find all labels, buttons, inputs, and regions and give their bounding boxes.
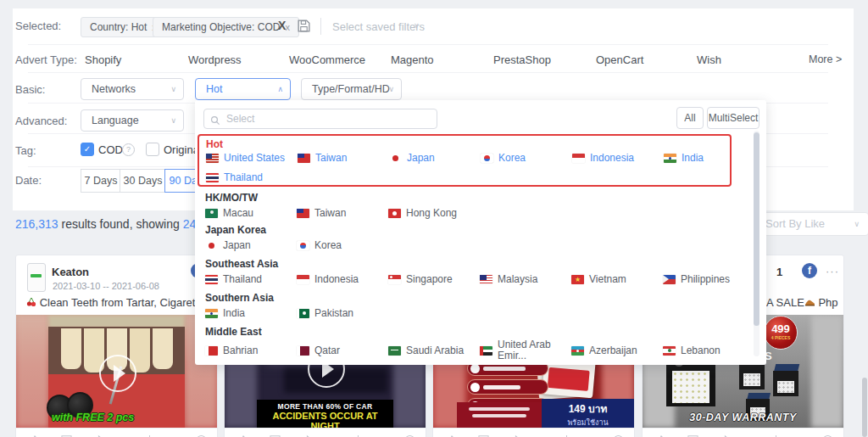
country-search-input[interactable] bbox=[203, 109, 437, 129]
country-option-saudi-arabia[interactable]: Saudi Arabia bbox=[388, 339, 480, 361]
facebook-icon: f bbox=[802, 263, 817, 278]
sort-value: Sort By Like bbox=[765, 217, 825, 230]
save-filter-icon[interactable] bbox=[297, 19, 311, 36]
country-label: Indonesia bbox=[314, 273, 359, 285]
advert-type-wordpress[interactable]: Wordpress bbox=[188, 53, 242, 66]
country-label: Singapore bbox=[406, 273, 453, 285]
country-option-bahrian[interactable]: Bahrian bbox=[205, 339, 297, 361]
country-label: Philippines bbox=[681, 273, 730, 285]
country-dropdown[interactable]: Hot∧ bbox=[195, 78, 291, 100]
feature-pill bbox=[467, 379, 548, 395]
sort-by-dropdown[interactable]: Sort By Like ∨ bbox=[754, 212, 868, 236]
advert-type-woocommerce[interactable]: WooCommerce bbox=[289, 53, 365, 66]
section-title-hot: Hot bbox=[206, 138, 223, 150]
caption-line-2: ACCIDENTS OCCUR AT NIGHT bbox=[257, 411, 393, 428]
more-menu-icon[interactable]: ··· bbox=[826, 265, 839, 277]
card-action-bar bbox=[433, 428, 634, 437]
solar-lamp-small bbox=[773, 371, 798, 396]
clear-filters-icon[interactable]: X bbox=[278, 19, 286, 32]
section-title-hkmotw: HK/MO/TW bbox=[205, 192, 258, 204]
results-count: 216,313 bbox=[15, 217, 58, 231]
more-link[interactable]: More > bbox=[809, 53, 842, 65]
search-icon bbox=[210, 114, 220, 129]
networks-dropdown[interactable]: Networks∨ bbox=[81, 78, 184, 100]
united-states-flag-icon bbox=[206, 154, 219, 163]
country-label: Japan bbox=[407, 152, 435, 164]
country-option-korea[interactable]: Korea bbox=[481, 152, 572, 164]
page-scrollbar-thumb[interactable] bbox=[862, 378, 867, 437]
advert-type-magento[interactable]: Magento bbox=[391, 53, 434, 66]
country-label: Taiwan bbox=[315, 152, 347, 164]
country-option-macau[interactable]: Macau bbox=[205, 207, 297, 219]
country-option-taiwan[interactable]: Taiwan bbox=[297, 207, 388, 219]
ad-text: Clean Teeth from Tartar, Cigarette Stain… bbox=[26, 296, 212, 309]
country-option-thailand[interactable]: Thailand bbox=[206, 171, 298, 183]
help-icon[interactable]: ? bbox=[122, 143, 135, 156]
cherries-emoji bbox=[26, 297, 36, 307]
country-option-indonesia[interactable]: Indonesia bbox=[297, 273, 388, 285]
advert-type-wish[interactable]: Wish bbox=[697, 53, 721, 66]
country-option-qatar[interactable]: Qatar bbox=[297, 339, 388, 361]
country-option-singapore[interactable]: Singapore bbox=[388, 273, 480, 285]
country-option-vietnam[interactable]: Vietnam bbox=[571, 273, 663, 285]
date-30-days-button[interactable]: 30 Days bbox=[120, 169, 166, 193]
cod-checkbox[interactable]: ✓ bbox=[81, 143, 94, 156]
date-7-days-button[interactable]: 7 Days bbox=[81, 169, 121, 193]
advert-type-prestashop[interactable]: PrestaShop bbox=[493, 53, 551, 66]
caption-line-1: MORE THAN 60% OF CAR bbox=[257, 402, 393, 411]
ad-date-range: 2021-03-10 -- 2021-06-08 bbox=[53, 281, 159, 291]
saved-filters-select[interactable]: Select saved filters bbox=[332, 20, 425, 33]
country-option-malaysia[interactable]: Malaysia bbox=[480, 273, 571, 285]
advert-type-opencart[interactable]: OpenCart bbox=[596, 53, 643, 66]
country-label: Vietnam bbox=[589, 273, 626, 285]
chevron-down-icon: ∨ bbox=[170, 79, 176, 99]
country-option-pakistan[interactable]: Pakistan bbox=[297, 307, 388, 319]
country-option-united-states[interactable]: United States bbox=[206, 152, 298, 164]
hong-kong-flag-icon bbox=[388, 209, 401, 218]
multiselect-button[interactable]: MultiSelect bbox=[707, 107, 760, 129]
type-format-hd-dropdown[interactable]: Type/Format/HD∨ bbox=[301, 78, 402, 100]
cod-checkbox-label[interactable]: COD bbox=[98, 143, 123, 156]
country-option-korea[interactable]: Korea bbox=[297, 239, 388, 251]
language-dropdown[interactable]: Language∨ bbox=[81, 109, 184, 132]
qatar-flag-icon bbox=[297, 346, 309, 356]
original-ads-checkbox[interactable] bbox=[146, 143, 159, 156]
ad-card-keaton[interactable]: Keaton 2021-03-10 -- 2021-06-08 f ··· Cl… bbox=[15, 255, 218, 437]
country-option-india[interactable]: India bbox=[664, 152, 755, 164]
country-option-indonesia[interactable]: Indonesia bbox=[572, 152, 664, 164]
country-option-azerbaijan[interactable]: Azerbaijan bbox=[571, 339, 663, 361]
country-label: United States bbox=[224, 152, 285, 164]
taiwan-flag-icon bbox=[297, 209, 309, 218]
country-label: Hong Kong bbox=[406, 207, 457, 219]
advert-type-label: Advert Type: bbox=[15, 53, 77, 66]
play-button-icon[interactable] bbox=[99, 355, 136, 392]
shoe-emoji bbox=[804, 298, 815, 307]
ad-text-content: A SALE bbox=[766, 296, 804, 309]
country-option-taiwan[interactable]: Taiwan bbox=[298, 152, 389, 164]
advert-type-shopify[interactable]: Shopify bbox=[85, 53, 121, 66]
country-label: Lebanon bbox=[681, 345, 721, 356]
country-option-united-arab-emirates[interactable]: United Arab Emir... bbox=[480, 339, 571, 361]
all-button[interactable]: All bbox=[676, 107, 704, 129]
country-option-philippines[interactable]: Philippines bbox=[663, 273, 754, 285]
ad-video-thumbnail[interactable]: with FREE 2 pcs bbox=[16, 315, 217, 428]
azerbaijan-flag-icon bbox=[571, 346, 584, 356]
results-summary: 216,313 results found, showing 2400 bbox=[15, 217, 209, 231]
uae-flag-icon bbox=[480, 346, 492, 356]
india-flag-icon bbox=[664, 154, 676, 163]
country-label: Taiwan bbox=[314, 207, 346, 219]
japan-flag-icon bbox=[205, 241, 218, 250]
country-option-hong-kong[interactable]: Hong Kong bbox=[388, 207, 480, 219]
country-option-thailand[interactable]: Thailand bbox=[205, 273, 297, 285]
country-option-lebanon[interactable]: Lebanon bbox=[663, 339, 754, 361]
ad-text-content: Php... bbox=[818, 296, 838, 309]
filter-chip-marketing-objective[interactable]: Marketing Objective: CODx bbox=[153, 17, 299, 37]
price-badge: 499 4 PIECES bbox=[764, 316, 798, 350]
panel-scrollbar-thumb[interactable] bbox=[754, 132, 760, 326]
country-option-japan[interactable]: Japan bbox=[205, 239, 297, 251]
country-option-japan[interactable]: Japan bbox=[389, 152, 481, 164]
ad-text-content: Clean Teeth from Tartar, Cigarette Stain… bbox=[40, 296, 212, 309]
promo-overlay-text: with FREE 2 pcs bbox=[52, 412, 134, 423]
country-option-india[interactable]: India bbox=[205, 307, 297, 319]
hot-countries-section: Hot United States Taiwan Japan Korea Ind… bbox=[198, 134, 732, 187]
